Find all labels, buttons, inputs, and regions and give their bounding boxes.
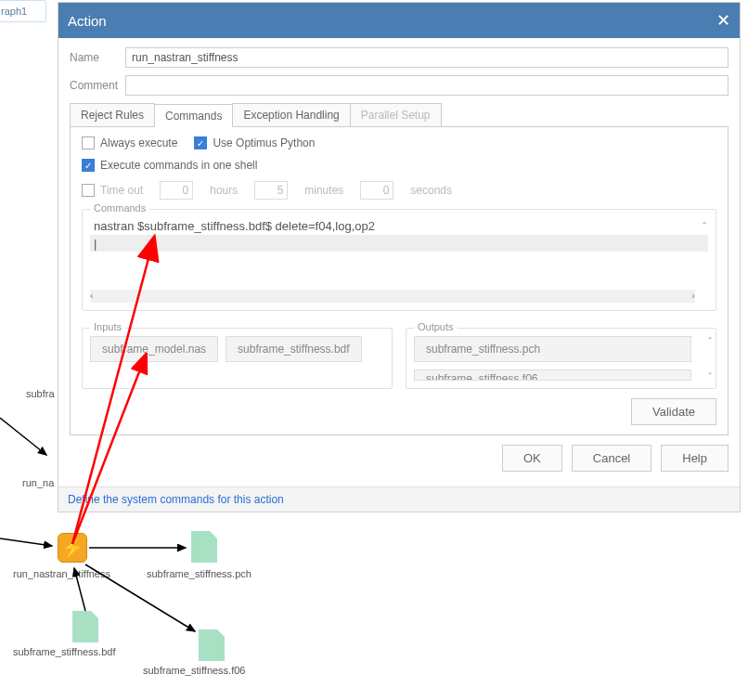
tab-label: raph1 xyxy=(1,6,27,17)
workflow-graph: subfra run_na ⚡ run_nastran_stiffness su… xyxy=(0,353,748,700)
dialog-titlebar: Action ✕ xyxy=(58,3,740,38)
scroll-up-icon[interactable]: ˆ xyxy=(708,336,712,347)
timeout-checkbox[interactable] xyxy=(82,184,95,197)
scroll-right-icon[interactable]: › xyxy=(691,290,695,303)
horizontal-scrollbar[interactable]: ‹› xyxy=(90,290,695,303)
tab-exception-handling[interactable]: Exception Handling xyxy=(232,103,350,126)
graph-label-f06: subframe_stiffness.f06 xyxy=(143,665,245,676)
file-node-icon[interactable] xyxy=(199,629,225,661)
commands-fieldset: Commands nastran $subframe_stiffness.bdf… xyxy=(82,209,716,311)
graph-label-pch: subframe_stiffness.pch xyxy=(147,568,251,579)
timeout-label: Time out xyxy=(100,184,143,197)
background-tab[interactable]: raph1 xyxy=(0,0,46,22)
cursor-line: | xyxy=(90,235,708,252)
graph-label: run_na xyxy=(22,477,54,488)
name-input[interactable] xyxy=(125,47,729,68)
comment-label: Comment xyxy=(70,79,125,92)
outputs-legend: Outputs xyxy=(414,321,458,332)
name-label: Name xyxy=(70,51,125,64)
seconds-label: seconds xyxy=(410,184,452,197)
graph-label: subfra xyxy=(26,388,55,399)
action-node-icon[interactable]: ⚡ xyxy=(58,533,87,563)
scroll-up-icon[interactable]: ˆ xyxy=(703,221,706,232)
minutes-label: minutes xyxy=(304,184,343,197)
always-execute-label: Always execute xyxy=(100,136,177,149)
command-line: nastran $subframe_stiffness.bdf$ delete=… xyxy=(90,217,708,235)
always-execute-checkbox[interactable] xyxy=(82,136,95,149)
commands-textarea[interactable]: nastran $subframe_stiffness.bdf$ delete=… xyxy=(90,217,708,303)
close-icon[interactable]: ✕ xyxy=(716,10,730,31)
svg-line-1 xyxy=(0,538,52,546)
tab-bar: Reject Rules Commands Exception Handling… xyxy=(70,103,729,127)
svg-line-5 xyxy=(72,353,147,544)
graph-label-run: run_nastran_stiffness xyxy=(13,568,110,579)
tab-parallel-setup: Parallel Setup xyxy=(350,103,442,126)
svg-line-0 xyxy=(0,418,46,455)
comment-input[interactable] xyxy=(125,75,729,96)
file-node-icon[interactable] xyxy=(72,611,98,642)
one-shell-label: Execute commands in one shell xyxy=(100,159,257,172)
seconds-input xyxy=(360,181,393,200)
optimus-python-checkbox[interactable] xyxy=(194,136,207,149)
inputs-legend: Inputs xyxy=(90,321,125,332)
hours-input xyxy=(160,181,193,200)
tab-commands[interactable]: Commands xyxy=(154,104,233,127)
optimus-python-label: Use Optimus Python xyxy=(213,136,315,149)
file-node-icon[interactable] xyxy=(191,531,217,563)
graph-label-bdf: subframe_stiffness.bdf xyxy=(13,646,115,657)
dialog-title: Action xyxy=(68,13,107,29)
commands-legend: Commands xyxy=(90,202,149,214)
hours-label: hours xyxy=(210,184,238,197)
minutes-input xyxy=(254,181,288,200)
tab-reject-rules[interactable]: Reject Rules xyxy=(70,103,155,126)
one-shell-checkbox[interactable] xyxy=(82,159,95,172)
scroll-left-icon[interactable]: ‹ xyxy=(90,290,94,303)
